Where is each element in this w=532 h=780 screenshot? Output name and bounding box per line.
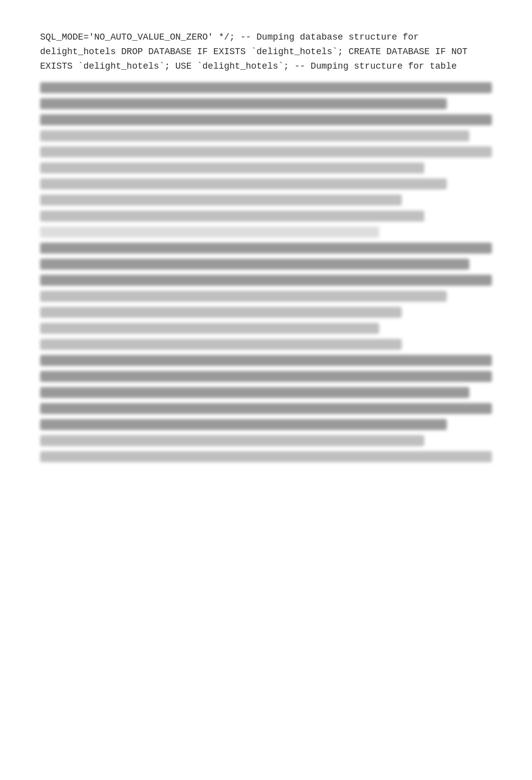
blur-line bbox=[40, 162, 424, 173]
blur-line bbox=[40, 403, 492, 414]
blur-line bbox=[40, 259, 469, 270]
blur-line bbox=[40, 243, 492, 254]
blur-line bbox=[40, 275, 492, 286]
blur-line bbox=[40, 371, 492, 382]
blur-line bbox=[40, 307, 402, 318]
blur-line bbox=[40, 114, 492, 125]
blur-line bbox=[40, 355, 492, 366]
blur-line bbox=[40, 291, 447, 302]
visible-sql-text: SQL_MODE='NO_AUTO_VALUE_ON_ZERO' */; -- … bbox=[40, 30, 492, 73]
blur-line bbox=[40, 387, 469, 398]
blur-line bbox=[40, 146, 492, 157]
blur-line bbox=[40, 323, 379, 334]
blur-line bbox=[40, 211, 424, 222]
blur-line bbox=[40, 339, 402, 350]
blur-line bbox=[40, 451, 492, 462]
blur-line bbox=[40, 130, 469, 141]
blur-line bbox=[40, 178, 447, 189]
blur-line bbox=[40, 419, 447, 430]
blur-line bbox=[40, 98, 447, 109]
blur-line bbox=[40, 435, 424, 446]
blur-line bbox=[40, 82, 492, 93]
blur-line bbox=[40, 227, 379, 238]
blurred-sql-content bbox=[40, 82, 492, 462]
blur-line bbox=[40, 194, 402, 206]
main-content: SQL_MODE='NO_AUTO_VALUE_ON_ZERO' */; -- … bbox=[40, 30, 492, 462]
